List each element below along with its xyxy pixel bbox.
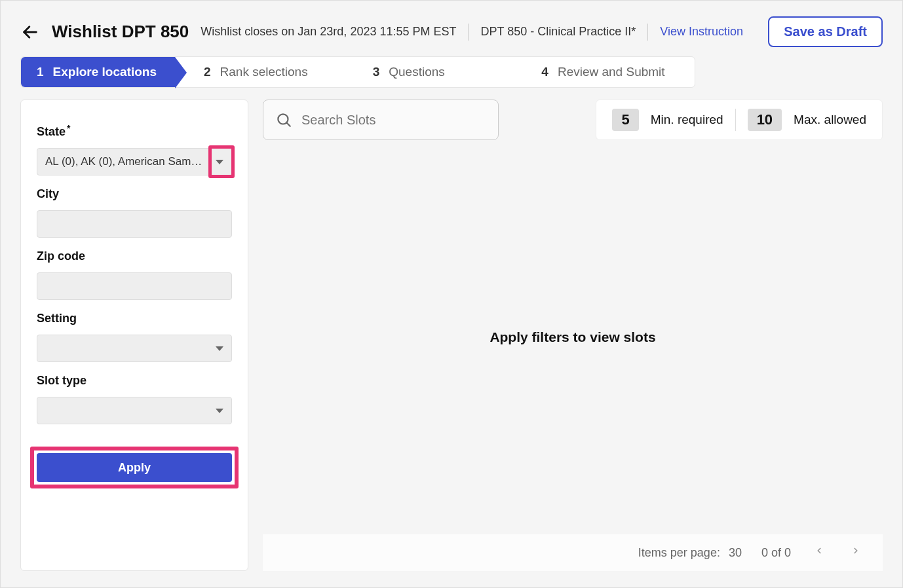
state-value: AL (0), AK (0), American Sam… [45, 155, 212, 168]
step-explore-locations[interactable]: 1 Explore locations [21, 57, 175, 87]
state-select[interactable]: AL (0), AK (0), American Sam… [37, 148, 232, 175]
page-title: Wishlist DPT 850 [52, 22, 189, 42]
setting-label: Setting [37, 312, 232, 325]
back-arrow-icon[interactable] [20, 22, 40, 42]
chevron-down-icon [216, 160, 223, 164]
step-rank-selections[interactable]: 2 Rank selections [175, 57, 357, 87]
items-per-page-label: Items per page: [638, 546, 720, 559]
state-label: State [37, 125, 232, 139]
search-box[interactable] [263, 100, 499, 140]
closes-text: Wishlist closes on Jan 23rd, 2023 11:55 … [201, 25, 456, 39]
prev-page-icon[interactable] [811, 543, 828, 562]
items-per-page-value[interactable]: 30 [729, 546, 742, 559]
city-label: City [37, 187, 232, 201]
main-panel: 5 Min. required 10 Max. allowed Apply fi… [263, 100, 883, 571]
chevron-down-icon [216, 346, 223, 351]
step-number: 3 [373, 65, 380, 79]
city-input[interactable] [37, 210, 232, 238]
step-label: Explore locations [53, 65, 157, 79]
slot-type-select[interactable] [37, 397, 232, 424]
empty-state: Apply filters to view slots [263, 140, 883, 534]
save-draft-button[interactable]: Save as Draft [768, 16, 883, 47]
step-review-submit[interactable]: 4 Review and Submit [526, 57, 695, 87]
zip-input[interactable] [37, 272, 232, 300]
stepper: 1 Explore locations 2 Rank selections 3 … [20, 56, 695, 88]
search-input[interactable] [301, 113, 486, 128]
slot-type-label: Slot type [37, 374, 232, 388]
step-questions[interactable]: 3 Questions [357, 57, 526, 87]
min-required-value: 5 [612, 109, 638, 131]
setting-select[interactable] [37, 335, 232, 362]
filter-sidebar: State AL (0), AK (0), American Sam… City… [20, 100, 248, 571]
step-number: 1 [37, 65, 44, 79]
step-label: Rank selections [220, 65, 308, 79]
divider [647, 24, 648, 41]
header: Wishlist DPT 850 Wishlist closes on Jan … [11, 11, 892, 56]
step-number: 4 [541, 65, 548, 79]
step-label: Review and Submit [558, 65, 665, 79]
step-label: Questions [389, 65, 445, 79]
view-instruction-link[interactable]: View Instruction [660, 25, 743, 39]
max-allowed-value: 10 [748, 109, 782, 131]
course-name: DPT 850 - Clinical Practice II* [480, 25, 636, 39]
next-page-icon[interactable] [847, 543, 864, 562]
min-required-label: Min. required [651, 113, 723, 127]
page-range: 0 of 0 [761, 546, 791, 560]
chevron-down-icon [216, 409, 223, 413]
divider [468, 24, 469, 41]
paginator: Items per page: 30 0 of 0 [263, 534, 883, 571]
step-number: 2 [204, 65, 211, 79]
svg-line-2 [287, 123, 290, 126]
apply-button[interactable]: Apply [37, 453, 232, 482]
zip-label: Zip code [37, 249, 232, 263]
stats-bar: 5 Min. required 10 Max. allowed [596, 100, 883, 140]
max-allowed-label: Max. allowed [794, 113, 866, 127]
divider [735, 109, 736, 131]
